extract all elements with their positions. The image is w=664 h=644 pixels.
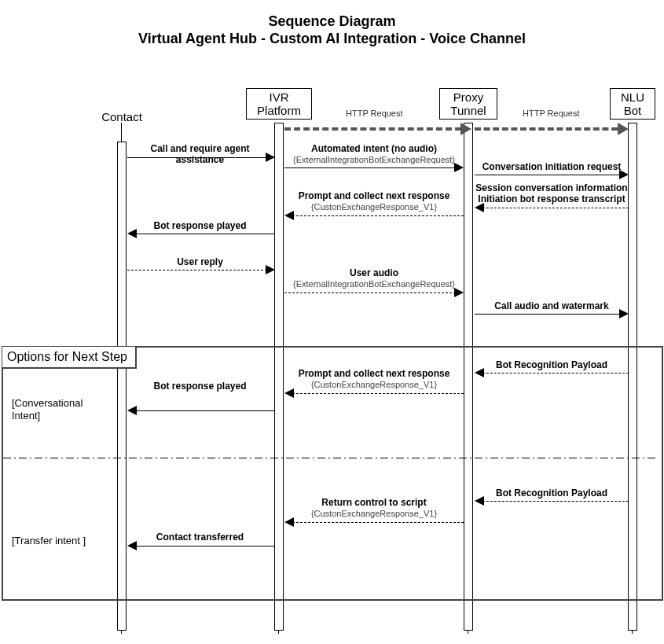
- arrow-m15: [135, 546, 275, 546]
- actor-nlu-box: NLU Bot: [610, 88, 655, 120]
- arrow-m7: [127, 270, 267, 270]
- http-label-1: HTTP Request: [346, 109, 403, 118]
- msg-m4a: Session conversation information: [475, 182, 627, 193]
- arrowhead-m6: [127, 229, 137, 238]
- actor-contact-text: Contact: [101, 110, 142, 123]
- arrow-m3: [475, 175, 621, 175]
- msg-m2a: Automated intent (no audio): [311, 143, 437, 154]
- arrow-m11: [292, 393, 464, 394]
- msg-prompt-collect-1: Prompt and collect next response {Custon…: [284, 190, 464, 212]
- http-head-1: [460, 123, 471, 135]
- http-label-2: HTTP Request: [523, 109, 580, 118]
- arrowhead-m13: [475, 496, 484, 506]
- arrow-m10: [482, 373, 629, 374]
- msg-m8b: {ExternalIntegrationBotExchangeRequest}: [293, 279, 455, 289]
- msg-bot-payload-2: Bot Recognition Payload: [475, 488, 629, 499]
- actor-ivr: IVR Platform: [244, 88, 314, 120]
- arrowhead-m15: [127, 541, 137, 550]
- msg-user-reply: User reply: [127, 256, 273, 267]
- arrowhead-m5: [284, 211, 294, 220]
- arrow-m5: [292, 215, 464, 216]
- sequence-diagram: { "title_line1": "Sequence Diagram", "ti…: [0, 0, 664, 644]
- msg-call-assist: Call and require agent assistance: [127, 143, 273, 165]
- msg-m2b: {ExternalIntegrationBotExchangeRequest}: [293, 155, 455, 164]
- options-separator: [3, 458, 658, 458]
- msg-bot-played-1: Bot response played: [127, 220, 273, 231]
- arrow-m2: [284, 167, 456, 168]
- http-dash-1: [284, 127, 461, 131]
- arrow-m12: [135, 410, 275, 411]
- arrow-m4: [482, 208, 629, 208]
- http-head-2: [618, 123, 629, 135]
- msg-m5a: Prompt and collect next response: [299, 190, 450, 201]
- arrowhead-m4: [475, 203, 484, 212]
- actor-proxy-box: Proxy Tunnel: [439, 88, 497, 120]
- options-title: Options for Next Step: [2, 347, 137, 369]
- arrow-m6: [135, 234, 275, 234]
- msg-call-audio: Call audio and watermark: [475, 300, 629, 311]
- title-line2: Virtual Agent Hub - Custom AI Integratio…: [138, 31, 526, 46]
- title-line1: Sequence Diagram: [268, 13, 395, 29]
- diagram-title: Sequence Diagram Virtual Agent Hub - Cus…: [0, 13, 664, 47]
- msg-m11b: {CustonExchangeResponse_V1}: [311, 380, 437, 389]
- arrowhead-m8: [454, 288, 464, 297]
- msg-auto-intent: Automated intent (no audio) {ExternalInt…: [284, 143, 464, 165]
- actor-contact: Contact: [71, 110, 173, 123]
- msg-m14b: {CustonExchangeResponse_V1}: [311, 509, 437, 518]
- arrow-m13: [482, 501, 629, 502]
- msg-m8a: User audio: [350, 267, 398, 278]
- arrowhead-m2: [454, 163, 464, 172]
- msg-session-info: Session conversation information Initiat…: [471, 182, 632, 204]
- actor-proxy: Proxy Tunnel: [435, 88, 502, 120]
- msg-prompt-collect-2: Prompt and collect next response {Custon…: [284, 368, 464, 390]
- arrowhead-m14: [284, 517, 294, 527]
- msg-bot-payload-1: Bot Recognition Payload: [475, 359, 629, 370]
- msg-return-control: Return control to script {CustonExchange…: [284, 497, 464, 519]
- arrow-m8: [284, 293, 456, 293]
- arrowhead-m3: [619, 170, 629, 179]
- actor-nlu: NLU Bot: [609, 88, 656, 120]
- actor-ivr-box: IVR Platform: [246, 88, 312, 120]
- msg-user-audio: User audio {ExternalIntegrationBotExchan…: [284, 267, 464, 289]
- msg-init-request: Conversation initiation request: [475, 161, 629, 172]
- arrowhead-m9: [619, 309, 629, 318]
- arrow-m1: [127, 157, 267, 158]
- arrowhead-m12: [127, 406, 137, 415]
- arrowhead-m7: [266, 265, 275, 274]
- msg-bot-played-2: Bot response played: [127, 381, 273, 392]
- label-transfer-intent: [Transfer intent ]: [12, 535, 86, 547]
- msg-m5b: {CustonExchangeResponse_V1}: [311, 202, 437, 212]
- arrow-m9: [475, 314, 621, 315]
- label-conversational-intent: [Conversational Intent]: [12, 397, 83, 422]
- arrow-m14: [292, 522, 464, 523]
- msg-m14a: Return control to script: [321, 497, 426, 508]
- http-dash-2: [475, 127, 618, 131]
- arrowhead-m1: [266, 153, 275, 162]
- msg-contact-transferred: Contact transferred: [127, 532, 273, 543]
- msg-m11a: Prompt and collect next response: [299, 368, 450, 379]
- arrowhead-m10: [475, 368, 484, 377]
- arrowhead-m11: [284, 388, 294, 398]
- msg-m4b: Initiation bot response transcript: [478, 193, 625, 204]
